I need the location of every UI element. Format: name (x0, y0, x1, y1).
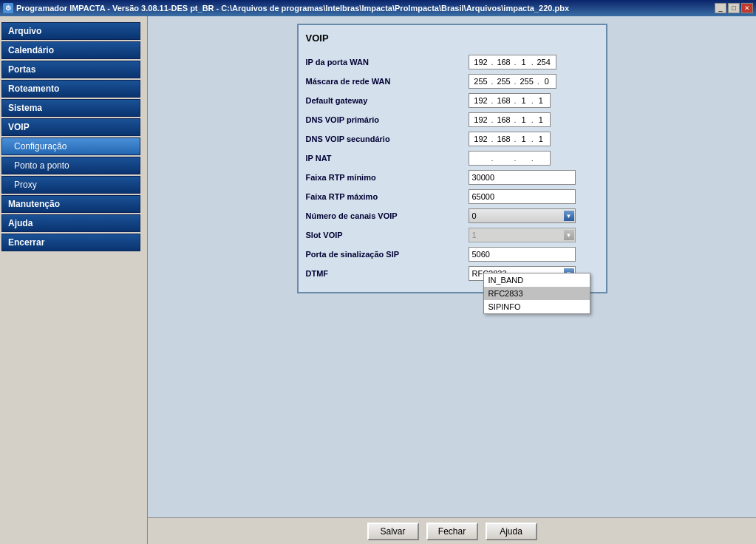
label-slot-voip: Slot VOIP (306, 231, 469, 239)
close-button[interactable]: ✕ (741, 3, 753, 13)
row-mascara-wan: Máscara de rede WAN . . . (306, 73, 599, 89)
dns1-4[interactable] (534, 115, 548, 124)
input-porta-sip[interactable] (469, 247, 576, 262)
label-dns-primario: DNS VOIP primário (306, 115, 469, 124)
label-ip-wan: IP da porta WAN (306, 58, 469, 67)
row-slot-voip: Slot VOIP 1 ▼ (306, 227, 599, 243)
main-container: Arquivo Calendário Portas Roteamento Sis… (0, 16, 756, 544)
ip-wan-2[interactable] (494, 58, 514, 67)
sidebar-item-ponto-a-ponto[interactable]: Ponto a ponto (1, 157, 140, 174)
bottom-bar: Salvar Fechar Ajuda (148, 517, 756, 544)
select-slot-voip: 1 (469, 228, 576, 242)
label-dns-secundario: DNS VOIP secundário (306, 135, 469, 143)
sidebar-item-roteamento[interactable]: Roteamento (1, 80, 140, 98)
nat-1[interactable] (471, 154, 491, 163)
row-rtp-min: Faixa RTP mínimo (306, 169, 599, 186)
close-button-footer[interactable]: Fechar (426, 523, 478, 540)
app-icon: ⚙ (3, 3, 13, 13)
dropdown-slot-voip: 1 ▼ (469, 228, 576, 242)
sidebar-item-manutencao[interactable]: Manutenção (1, 195, 140, 213)
label-default-gateway: Default gateway (306, 96, 469, 105)
row-canais-voip: Número de canais VOIP 0 ▼ (306, 208, 599, 224)
dns2-1[interactable] (471, 135, 491, 143)
row-default-gateway: Default gateway . . . (306, 92, 599, 109)
input-ip-wan[interactable]: . . . (469, 55, 556, 69)
minimize-button[interactable]: _ (715, 3, 726, 13)
dns2-4[interactable] (534, 135, 548, 143)
label-ip-nat: IP NAT (306, 154, 469, 163)
dtmf-option-in-band[interactable]: IN_BAND (484, 273, 590, 287)
mascara-3[interactable] (517, 77, 537, 86)
maximize-button[interactable]: □ (728, 3, 740, 13)
sidebar-item-calendario[interactable]: Calendário (1, 41, 140, 59)
dtmf-option-sipinfo[interactable]: SIPINFO (484, 300, 590, 313)
sidebar-item-proxy[interactable]: Proxy (1, 176, 140, 194)
window-title: Programador IMPACTA - Versão 3.08.11-DES… (16, 4, 569, 13)
row-ip-nat: IP NAT . . . (306, 150, 599, 166)
title-bar-left: ⚙ Programador IMPACTA - Versão 3.08.11-D… (3, 3, 569, 13)
dtmf-option-rfc2833[interactable]: RFC2833 (484, 287, 590, 300)
nat-3[interactable] (517, 154, 531, 163)
row-porta-sip: Porta de sinalização SIP (306, 246, 599, 262)
sidebar-item-arquivo[interactable]: Arquivo (1, 22, 140, 40)
sidebar-item-portas[interactable]: Portas (1, 61, 140, 78)
mascara-1[interactable] (471, 77, 491, 86)
form-panel: VOIP IP da porta WAN . . . Máscara de re… (297, 24, 607, 293)
input-default-gateway[interactable]: . . . (469, 93, 551, 108)
label-mascara-wan: Máscara de rede WAN (306, 77, 469, 86)
input-rtp-max[interactable] (469, 189, 576, 204)
title-bar: ⚙ Programador IMPACTA - Versão 3.08.11-D… (0, 0, 756, 16)
dns1-1[interactable] (471, 115, 491, 124)
dns2-2[interactable] (494, 135, 514, 143)
input-rtp-min[interactable] (469, 170, 576, 185)
ip-wan-3[interactable] (517, 58, 531, 67)
sidebar-item-sistema[interactable]: Sistema (1, 99, 140, 117)
nat-2[interactable] (494, 154, 514, 163)
gw-4[interactable] (534, 96, 548, 105)
dropdown-canais-voip[interactable]: 0 ▼ (469, 208, 576, 223)
dns1-2[interactable] (494, 115, 514, 124)
sidebar-item-encerrar[interactable]: Encerrar (1, 234, 140, 251)
dtmf-dropdown-popup: IN_BAND RFC2833 SIPINFO (483, 273, 590, 314)
input-dns-primario[interactable]: . . . (469, 112, 551, 127)
label-rtp-max: Faixa RTP máximo (306, 192, 469, 201)
mascara-2[interactable] (494, 77, 514, 86)
sidebar-item-configuracao[interactable]: Configuração (1, 137, 140, 155)
input-mascara-wan[interactable]: . . . (469, 74, 556, 89)
title-bar-buttons: _ □ ✕ (715, 3, 753, 13)
gw-1[interactable] (471, 96, 491, 105)
mascara-4[interactable] (539, 77, 554, 86)
dns2-3[interactable] (517, 135, 531, 143)
help-button[interactable]: Ajuda (486, 523, 537, 540)
ip-wan-4[interactable] (534, 58, 554, 67)
content-area: VOIP IP da porta WAN . . . Máscara de re… (148, 16, 756, 544)
sidebar-item-voip[interactable]: VOIP (1, 118, 140, 136)
panel-title: VOIP (306, 33, 599, 47)
label-canais-voip: Número de canais VOIP (306, 211, 469, 220)
label-dtmf: DTMF (306, 269, 469, 278)
gw-3[interactable] (517, 96, 531, 105)
row-ip-wan: IP da porta WAN . . . (306, 54, 599, 70)
ip-wan-1[interactable] (471, 58, 491, 67)
label-rtp-min: Faixa RTP mínimo (306, 173, 469, 182)
gw-2[interactable] (494, 96, 514, 105)
row-dns-primario: DNS VOIP primário . . . (306, 112, 599, 128)
input-dns-secundario[interactable]: . . . (469, 132, 551, 146)
sidebar: Arquivo Calendário Portas Roteamento Sis… (0, 16, 148, 544)
input-ip-nat[interactable]: . . . (469, 151, 551, 166)
row-rtp-max: Faixa RTP máximo (306, 188, 599, 205)
save-button[interactable]: Salvar (367, 523, 419, 540)
dns1-3[interactable] (517, 115, 531, 124)
select-canais-voip[interactable]: 0 (469, 208, 576, 223)
sidebar-item-ajuda[interactable]: Ajuda (1, 214, 140, 232)
label-porta-sip: Porta de sinalização SIP (306, 250, 469, 259)
nat-4[interactable] (534, 154, 548, 163)
row-dns-secundario: DNS VOIP secundário . . . (306, 131, 599, 147)
